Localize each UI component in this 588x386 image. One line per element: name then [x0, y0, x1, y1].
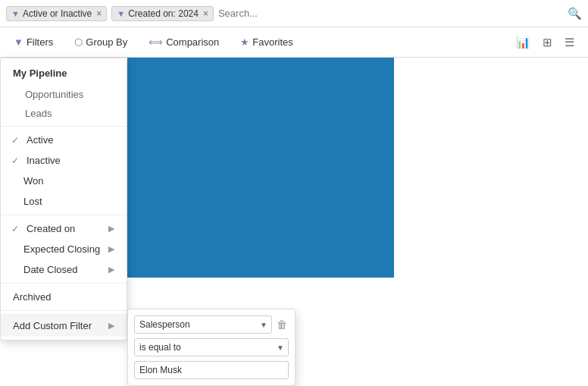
divider-2 [1, 215, 127, 215]
date-closed-label: Date Closed [23, 264, 78, 275]
opportunities-item[interactable]: Opportunities [1, 85, 127, 104]
comparison-icon: ⟺ [149, 36, 163, 48]
date-closed-item[interactable]: Date Closed ▶ [1, 259, 127, 280]
add-custom-filter-button[interactable]: Add Custom Filter ▶ [1, 314, 127, 337]
opportunities-label: Opportunities [25, 89, 83, 100]
filter-tag-1-label: Active or Inactive [23, 8, 92, 19]
operator-select[interactable]: is equal to [134, 338, 289, 356]
my-pipeline-label: My Pipeline [13, 67, 67, 79]
search-input[interactable] [218, 8, 563, 19]
created-on-filter-item[interactable]: ✓ Created on ▶ [1, 218, 127, 239]
archived-label: Archived [13, 291, 52, 303]
comparison-button[interactable]: ⟺ Comparison [144, 33, 224, 51]
delete-filter-button[interactable]: 🗑 [275, 317, 289, 332]
filter-value-input[interactable] [134, 361, 289, 379]
leads-item[interactable]: Leads [1, 104, 127, 123]
leads-label: Leads [25, 108, 52, 119]
star-icon: ★ [240, 36, 249, 48]
lost-filter-item[interactable]: Lost [1, 191, 127, 212]
custom-filter-operator-row: is equal to ▼ [134, 338, 289, 356]
filter-tag-1-close[interactable]: × [96, 8, 102, 19]
funnel-icon-1: ▼ [11, 9, 20, 18]
expected-closing-item[interactable]: Expected Closing ▶ [1, 239, 127, 259]
grid-view-button[interactable]: ⊞ [538, 33, 557, 52]
inactive-filter-item[interactable]: ✓ Inactive [1, 150, 127, 171]
add-custom-filter-arrow-icon: ▶ [108, 321, 114, 331]
active-check-icon: ✓ [11, 135, 22, 146]
archived-filter-item[interactable]: Archived [1, 287, 127, 307]
operator-select-wrap: is equal to ▼ [134, 338, 289, 356]
created-on-arrow-icon: ▶ [108, 224, 114, 234]
funnel-icon-2: ▼ [117, 9, 125, 18]
lost-label: Lost [23, 196, 42, 207]
divider-3 [1, 283, 127, 284]
my-pipeline-item[interactable]: My Pipeline [1, 61, 127, 85]
favorites-label: Favorites [252, 36, 292, 48]
inactive-check-icon: ✓ [11, 155, 22, 166]
expected-closing-label: Expected Closing [23, 243, 100, 255]
search-icon[interactable]: 🔍 [568, 7, 582, 20]
created-on-check-icon: ✓ [11, 224, 22, 234]
main-content: My Pipeline Opportunities Leads ✓ Active… [0, 58, 588, 386]
group-by-label: Group By [86, 36, 127, 48]
won-label: Won [23, 175, 44, 187]
add-custom-filter-label: Add Custom Filter [13, 320, 92, 331]
active-label: Active [27, 134, 53, 146]
active-filter-item[interactable]: ✓ Active [1, 130, 127, 150]
favorites-button[interactable]: ★ Favorites [236, 33, 297, 51]
list-view-button[interactable]: ☰ [560, 33, 579, 52]
content-area [127, 58, 394, 278]
date-closed-arrow-icon: ▶ [108, 265, 114, 275]
field-select-wrap: Salesperson ▼ [134, 315, 272, 334]
custom-filter-field-row: Salesperson ▼ 🗑 [134, 315, 289, 334]
expected-closing-arrow-icon: ▶ [108, 244, 114, 254]
filter-tag-active-inactive[interactable]: ▼ Active or Inactive × [6, 6, 107, 21]
won-filter-item[interactable]: Won [1, 171, 127, 191]
divider-4 [1, 310, 127, 311]
comparison-label: Comparison [166, 36, 219, 48]
filters-label: Filters [27, 36, 53, 48]
divider-1 [1, 126, 127, 127]
inactive-label: Inactive [27, 155, 61, 166]
filters-button[interactable]: ▼ Filters [9, 33, 58, 51]
bar-chart-view-button[interactable]: 📊 [511, 33, 535, 52]
search-bar: ▼ Active or Inactive × ▼ Created on: 202… [0, 0, 588, 27]
view-switcher: 📊 ⊞ ☰ [511, 33, 579, 52]
created-on-label: Created on [27, 223, 75, 234]
filters-dropdown: My Pipeline Opportunities Leads ✓ Active… [0, 58, 127, 340]
custom-filter-popup: Salesperson ▼ 🗑 is equal to ▼ [127, 309, 296, 386]
filter-tag-created-on[interactable]: ▼ Created on: 2024 × [111, 6, 214, 21]
toolbar: ▼ Filters ⬡ Group By ⟺ Comparison ★ Favo… [0, 27, 588, 58]
group-by-icon: ⬡ [74, 36, 83, 48]
field-select[interactable]: Salesperson [134, 315, 272, 334]
filter-tag-2-close[interactable]: × [203, 8, 208, 19]
filter-icon: ▼ [14, 36, 23, 48]
filter-tag-2-label: Created on: 2024 [128, 8, 199, 19]
group-by-button[interactable]: ⬡ Group By [70, 33, 132, 51]
